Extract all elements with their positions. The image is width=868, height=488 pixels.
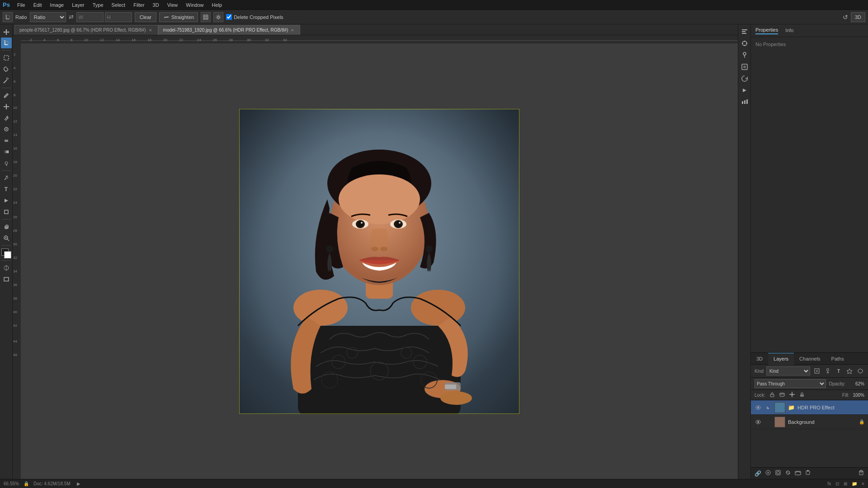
history-brush-icon[interactable] bbox=[739, 73, 750, 84]
timeline-icon[interactable] bbox=[739, 97, 750, 108]
svg-rect-11 bbox=[5, 40, 5, 45]
properties-panel-icon[interactable] bbox=[739, 26, 750, 37]
svg-point-92 bbox=[791, 394, 793, 395]
mask-icon[interactable] bbox=[739, 61, 750, 72]
text-tool[interactable]: T bbox=[1, 184, 12, 195]
filter-pixel-icon[interactable] bbox=[813, 367, 821, 375]
new-layer-icon[interactable] bbox=[805, 469, 811, 477]
layer-item-hdr[interactable]: 📁 HDR PRO Effect bbox=[751, 400, 868, 415]
menu-file[interactable]: File bbox=[14, 1, 29, 9]
background-color[interactable] bbox=[4, 251, 11, 258]
ratio-select[interactable]: Ratio bbox=[30, 12, 66, 22]
kind-select[interactable]: Kind bbox=[766, 366, 810, 375]
eyedropper-tool[interactable] bbox=[1, 90, 12, 101]
color-swatch[interactable] bbox=[1, 249, 11, 258]
status-adjustments[interactable]: ⊡ bbox=[835, 481, 839, 486]
layer-visibility-background[interactable] bbox=[755, 418, 762, 426]
options-right: ↺ 3D bbox=[843, 12, 865, 22]
dodge-tool[interactable] bbox=[1, 158, 12, 169]
status-folder[interactable]: 📁 bbox=[852, 481, 857, 486]
magic-wand-tool[interactable] bbox=[1, 75, 12, 86]
brush-tool[interactable] bbox=[1, 113, 12, 123]
delete-cropped-checkbox-label[interactable]: Delete Cropped Pixels bbox=[226, 14, 283, 20]
select-rect-tool[interactable] bbox=[1, 52, 12, 63]
straighten-button[interactable]: Straighten bbox=[159, 12, 198, 22]
layer-lock-icon-background: 🔒 bbox=[859, 419, 864, 424]
delete-cropped-checkbox[interactable] bbox=[226, 14, 232, 20]
canvas-container[interactable] bbox=[21, 43, 738, 479]
tab-1[interactable]: model-751983_1920.jpg @ 66.6% (HDR PRO E… bbox=[158, 25, 301, 35]
rotate-icon[interactable]: ↺ bbox=[843, 14, 848, 21]
tab-0-close[interactable]: ✕ bbox=[149, 28, 152, 33]
blend-mode-select[interactable]: Pass Through bbox=[755, 379, 826, 388]
lasso-tool[interactable] bbox=[1, 64, 12, 75]
layers-tab-layers[interactable]: Layers bbox=[768, 353, 794, 365]
lock-image-icon[interactable] bbox=[779, 391, 785, 399]
status-more[interactable]: ≡ bbox=[862, 481, 864, 486]
layer-arrow-hdr[interactable] bbox=[764, 404, 772, 411]
settings-icon[interactable] bbox=[213, 12, 223, 22]
lock-artboard-icon[interactable] bbox=[799, 391, 805, 399]
move-tool[interactable] bbox=[1, 26, 12, 37]
status-arrow[interactable]: ▶ bbox=[77, 481, 80, 486]
actions-icon[interactable] bbox=[739, 85, 750, 96]
lock-position-icon[interactable] bbox=[789, 391, 795, 399]
status-grid[interactable]: ⊞ bbox=[844, 481, 847, 486]
svg-point-54 bbox=[399, 222, 401, 224]
width-input[interactable] bbox=[76, 12, 104, 22]
zoom-tool[interactable] bbox=[1, 233, 12, 244]
gradient-tool[interactable] bbox=[1, 146, 12, 157]
layers-tab-channels[interactable]: Channels bbox=[794, 353, 826, 365]
clear-button[interactable]: Clear bbox=[135, 12, 156, 22]
menu-edit[interactable]: Edit bbox=[30, 1, 46, 9]
tab-1-close[interactable]: ✕ bbox=[291, 28, 294, 33]
delete-layer-icon[interactable] bbox=[858, 469, 864, 477]
add-style-icon[interactable] bbox=[765, 469, 771, 477]
filter-type-icon[interactable]: T bbox=[835, 367, 843, 375]
tab-properties[interactable]: Properties bbox=[755, 27, 778, 34]
menu-select[interactable]: Select bbox=[108, 1, 129, 9]
add-mask-icon[interactable] bbox=[775, 469, 781, 477]
clone-tool[interactable] bbox=[1, 124, 12, 135]
layers-tab-paths[interactable]: Paths bbox=[826, 353, 849, 365]
eraser-tool[interactable] bbox=[1, 135, 12, 146]
layers-list: 📁 HDR PRO Effect Background 🔒 bbox=[751, 400, 868, 467]
menu-3d[interactable]: 3D bbox=[149, 1, 163, 9]
filter-shape-icon[interactable] bbox=[845, 367, 854, 375]
layers-tab-3d[interactable]: 3D bbox=[751, 353, 768, 365]
tab-info[interactable]: Info bbox=[785, 28, 793, 34]
path-select-tool[interactable] bbox=[1, 195, 12, 206]
adjustment-icon[interactable] bbox=[739, 50, 750, 61]
screen-mode-tool[interactable] bbox=[1, 274, 12, 285]
new-group-icon[interactable] bbox=[795, 469, 801, 477]
menu-type[interactable]: Type bbox=[89, 1, 107, 9]
menu-help[interactable]: Help bbox=[208, 1, 226, 9]
menu-window[interactable]: Window bbox=[182, 1, 207, 9]
filter-adjustment-icon[interactable] bbox=[824, 367, 832, 375]
svg-line-17 bbox=[4, 80, 7, 83]
lock-transparent-icon[interactable] bbox=[769, 391, 775, 399]
layer-item-background[interactable]: Background 🔒 bbox=[751, 415, 868, 429]
height-input[interactable] bbox=[105, 12, 132, 22]
pen-tool[interactable] bbox=[1, 173, 12, 183]
menu-bar: Ps File Edit Image Layer Type Select Fil… bbox=[0, 0, 868, 10]
filter-smartobject-icon[interactable] bbox=[856, 367, 864, 375]
tab-0[interactable]: people-875617_1280.jpg @ 66.7% (HDR PRO … bbox=[14, 25, 158, 35]
quick-mask-tool[interactable] bbox=[1, 263, 12, 273]
status-fx[interactable]: fx bbox=[827, 481, 831, 486]
crop-tool[interactable] bbox=[1, 38, 12, 48]
shape-tool[interactable] bbox=[1, 206, 12, 217]
color-sampler-icon[interactable] bbox=[739, 38, 750, 49]
adjustment-layer-icon[interactable] bbox=[785, 469, 791, 477]
layer-visibility-hdr[interactable] bbox=[755, 404, 762, 411]
menu-layer[interactable]: Layer bbox=[68, 1, 88, 9]
grid-icon[interactable] bbox=[201, 12, 211, 22]
menu-filter[interactable]: Filter bbox=[130, 1, 148, 9]
healing-tool[interactable] bbox=[1, 101, 12, 112]
hand-tool[interactable] bbox=[1, 221, 12, 232]
menu-view[interactable]: View bbox=[164, 1, 182, 9]
swap-icon[interactable]: ⇄ bbox=[69, 14, 74, 20]
svg-point-97 bbox=[757, 421, 759, 423]
link-layers-icon[interactable]: 🔗 bbox=[755, 470, 761, 477]
menu-image[interactable]: Image bbox=[47, 1, 68, 9]
